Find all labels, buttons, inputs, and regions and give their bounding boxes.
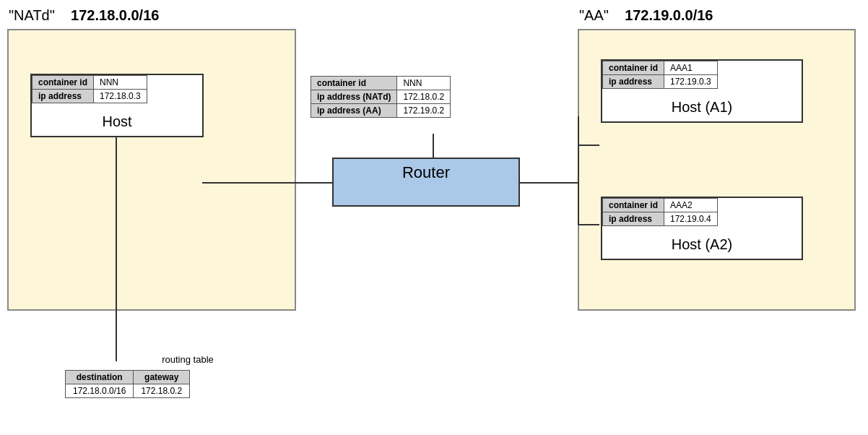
- line-router-aa: [520, 182, 578, 184]
- zone-aa-cidr: 172.19.0.0/16: [625, 7, 713, 23]
- router-ip-natd-value: 172.18.0.2: [397, 90, 451, 104]
- host-a1-box: container id AAA1 ip address 172.19.0.3 …: [601, 59, 803, 123]
- router-label: Router: [334, 159, 518, 186]
- router-box: Router: [332, 158, 520, 207]
- line-aa-a2: [578, 224, 599, 225]
- ip-label-a2: ip address: [603, 212, 664, 226]
- zone-natd-name: "NATd": [9, 7, 55, 23]
- host-natd-label: Host: [32, 103, 202, 136]
- container-id-value-a2: AAA2: [664, 199, 718, 212]
- table-row: container id NNN: [311, 77, 451, 90]
- table-row: container id AAA2: [603, 199, 718, 212]
- router-info-area: container id NNN ip address (NATd) 172.1…: [311, 76, 451, 118]
- line-natd-router: [202, 182, 334, 184]
- table-row: ip address (NATd) 172.18.0.2: [311, 90, 451, 104]
- zone-natd-cidr: 172.18.0.0/16: [71, 7, 159, 23]
- container-id-label-a2: container id: [603, 199, 664, 212]
- ip-value-a1: 172.19.0.3: [664, 75, 718, 89]
- router-container-id-label: container id: [311, 77, 397, 90]
- routing-table: destination gateway 172.18.0.0/16 172.18…: [65, 370, 190, 398]
- container-id-label-a1: container id: [603, 61, 664, 75]
- line-natd-routing: [116, 137, 117, 361]
- ip-value-a2: 172.19.0.4: [664, 212, 718, 226]
- routing-table-label: routing table: [134, 354, 242, 365]
- host-natd-info-table: container id NNN ip address 172.18.0.3: [32, 75, 147, 103]
- col-destination: destination: [66, 371, 134, 384]
- zone-natd: "NATd" 172.18.0.0/16 container id NNN ip…: [7, 29, 296, 311]
- container-id-value-a1: AAA1: [664, 61, 718, 75]
- table-row: 172.18.0.0/16 172.18.0.2: [66, 384, 190, 398]
- router-ip-natd-label: ip address (NATd): [311, 90, 397, 104]
- host-a2-info-table: container id AAA2 ip address 172.19.0.4: [602, 198, 718, 226]
- ip-label: ip address: [32, 90, 94, 103]
- ip-label-a1: ip address: [603, 75, 664, 89]
- zone-natd-title: "NATd" 172.18.0.0/16: [9, 7, 159, 24]
- line-aa-vert2: [578, 145, 579, 225]
- line-router-info-box: [433, 134, 434, 158]
- table-row: ip address 172.19.0.3: [603, 75, 718, 89]
- host-a1-label: Host (A1): [602, 89, 802, 121]
- router-container-id-value: NNN: [397, 77, 451, 90]
- col-gateway: gateway: [134, 371, 190, 384]
- table-row: container id AAA1: [603, 61, 718, 75]
- table-row: ip address 172.19.0.4: [603, 212, 718, 226]
- zone-aa-title: "AA" 172.19.0.0/16: [579, 7, 713, 24]
- host-a2-label: Host (A2): [602, 226, 802, 259]
- diagram: "NATd" 172.18.0.0/16 container id NNN ip…: [0, 0, 868, 435]
- table-row: container id NNN: [32, 76, 147, 90]
- ip-value: 172.18.0.3: [94, 90, 147, 103]
- router-ip-aa-label: ip address (AA): [311, 104, 397, 118]
- zone-aa: "AA" 172.19.0.0/16 container id AAA1 ip …: [578, 29, 856, 311]
- host-a2-box: container id AAA2 ip address 172.19.0.4 …: [601, 197, 803, 260]
- host-a1-info-table: container id AAA1 ip address 172.19.0.3: [602, 61, 718, 89]
- router-info-table: container id NNN ip address (NATd) 172.1…: [311, 76, 451, 118]
- line-aa-a1: [578, 145, 599, 146]
- table-row: ip address 172.18.0.3: [32, 90, 147, 103]
- container-id-value: NNN: [94, 76, 147, 90]
- table-header-row: destination gateway: [66, 371, 190, 384]
- table-row: ip address (AA) 172.19.0.2: [311, 104, 451, 118]
- row1-dest: 172.18.0.0/16: [66, 384, 134, 398]
- host-natd-box: container id NNN ip address 172.18.0.3 H…: [30, 74, 204, 137]
- row1-gw: 172.18.0.2: [134, 384, 190, 398]
- zone-aa-name: "AA": [579, 7, 609, 23]
- router-ip-aa-value: 172.19.0.2: [397, 104, 451, 118]
- container-id-label: container id: [32, 76, 94, 90]
